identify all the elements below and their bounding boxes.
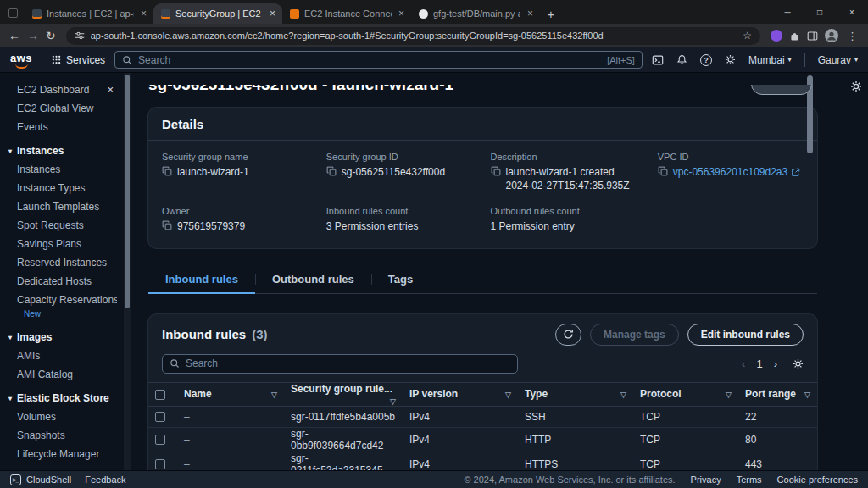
- table-preferences-gear-icon[interactable]: [793, 358, 804, 369]
- browser-tab-securitygroup[interactable]: SecurityGroup | EC2 | ap-south-... ×: [153, 3, 282, 24]
- sidebar-item-events[interactable]: Events: [0, 118, 124, 136]
- settings-gear-icon[interactable]: [725, 54, 736, 65]
- sidebar-item-savings-plans[interactable]: Savings Plans: [0, 235, 124, 253]
- sidebar-item-spot-requests[interactable]: Spot Requests: [0, 216, 124, 235]
- copy-icon[interactable]: [658, 166, 668, 176]
- browser-menu-icon[interactable]: ⋮: [845, 30, 860, 42]
- sidebar-item-dedicated-hosts[interactable]: Dedicated Hosts: [0, 272, 124, 291]
- minimize-button[interactable]: ─: [771, 0, 804, 24]
- filter-icon[interactable]: ▽: [271, 391, 277, 399]
- select-all-checkbox[interactable]: [155, 390, 165, 400]
- column-header-rule-id[interactable]: Security group rule...▽: [284, 382, 403, 406]
- tab-outbound-rules[interactable]: Outbound rules: [255, 265, 371, 293]
- forward-button[interactable]: →: [27, 30, 39, 42]
- tab-close-icon[interactable]: ×: [397, 8, 406, 19]
- table-row[interactable]: – sgr-0bb9f039664d7cd42 IPv4 HTTP TCP 80: [148, 427, 817, 452]
- sidebar-section-ebs[interactable]: ▾Elastic Block Store: [0, 384, 124, 408]
- row-checkbox[interactable]: [155, 412, 165, 422]
- tab-tags[interactable]: Tags: [371, 265, 430, 293]
- vpc-link[interactable]: vpc-056396201c109d2a3: [673, 165, 800, 179]
- side-panel-icon[interactable]: [807, 30, 818, 42]
- filter-icon[interactable]: ▽: [390, 397, 396, 406]
- sidebar-item-amis[interactable]: AMIs: [0, 347, 124, 365]
- row-checkbox[interactable]: [155, 459, 165, 469]
- panel-settings-gear-icon[interactable]: [850, 80, 862, 92]
- extensions-puzzle-icon[interactable]: [789, 30, 800, 42]
- rules-search[interactable]: [162, 354, 518, 374]
- sidebar-item-capacity-reservations[interactable]: Capacity Reservations: [0, 291, 124, 309]
- feedback-link[interactable]: Feedback: [85, 474, 125, 485]
- region-selector[interactable]: Mumbai ▾: [748, 54, 792, 66]
- console-search[interactable]: [Alt+S]: [114, 51, 643, 69]
- notifications-bell-icon[interactable]: [676, 54, 687, 65]
- address-bar[interactable]: ap-south-1.console.aws.amazon.com/ec2/ho…: [66, 27, 760, 45]
- new-tab-button[interactable]: +: [540, 3, 562, 24]
- refresh-button[interactable]: ↻: [46, 30, 56, 42]
- browser-tab-github[interactable]: gfg-test/DB/main.py at main -... ×: [411, 3, 540, 24]
- manage-tags-button[interactable]: Manage tags: [590, 324, 679, 346]
- refresh-button[interactable]: [555, 324, 581, 346]
- copy-icon[interactable]: [491, 166, 501, 176]
- filter-icon[interactable]: ▽: [620, 391, 626, 399]
- column-header-name[interactable]: Name▽: [177, 382, 284, 406]
- tab-close-icon[interactable]: ×: [139, 8, 148, 19]
- maximize-button[interactable]: □: [804, 0, 836, 24]
- tab-inbound-rules[interactable]: Inbound rules: [148, 265, 255, 293]
- column-header-ip-version[interactable]: IP version▽: [403, 382, 518, 406]
- sidebar-close-icon[interactable]: ×: [103, 83, 117, 96]
- browser-tab-instance-connect[interactable]: EC2 Instance Connect | ap-sout... ×: [282, 3, 411, 24]
- user-menu[interactable]: Gaurav ▾: [818, 54, 858, 66]
- sidebar-item-ami-catalog[interactable]: AMI Catalog: [0, 365, 124, 384]
- tab-close-icon[interactable]: ×: [526, 8, 535, 19]
- extension-circle-icon[interactable]: [771, 30, 782, 42]
- row-checkbox[interactable]: [155, 435, 165, 445]
- sidebar-item-launch-templates[interactable]: Launch Templates: [0, 197, 124, 216]
- sidebar-section-instances[interactable]: ▾Instances: [0, 136, 124, 160]
- services-menu[interactable]: Services: [52, 54, 105, 66]
- edit-inbound-rules-button[interactable]: Edit inbound rules: [687, 324, 804, 346]
- copy-icon[interactable]: [162, 220, 172, 230]
- copy-icon[interactable]: [326, 166, 337, 176]
- sidebar-section-network-security[interactable]: ▾Network & Security: [0, 463, 124, 470]
- next-page-icon[interactable]: ›: [774, 358, 777, 370]
- sidebar-item-instances[interactable]: Instances: [0, 160, 124, 179]
- rules-search-input[interactable]: [186, 358, 510, 369]
- prev-page-icon[interactable]: ‹: [742, 358, 745, 370]
- filter-icon[interactable]: ▽: [726, 391, 732, 399]
- column-header-type[interactable]: Type▽: [518, 382, 633, 406]
- sidebar-item-ec2-dashboard[interactable]: EC2 Dashboard ×: [0, 80, 124, 99]
- table-row[interactable]: – sgr-0117ffdfe5b4a005b IPv4 SSH TCP 22: [148, 406, 817, 427]
- bookmark-star-icon[interactable]: ☆: [743, 30, 752, 42]
- close-button[interactable]: ×: [836, 0, 868, 24]
- copy-icon[interactable]: [162, 166, 172, 176]
- tab-close-icon[interactable]: ×: [268, 8, 277, 19]
- current-page[interactable]: 1: [756, 358, 762, 370]
- profile-avatar[interactable]: [825, 29, 838, 42]
- column-header-protocol[interactable]: Protocol▽: [633, 382, 738, 406]
- filter-icon[interactable]: ▽: [804, 391, 810, 399]
- scrollbar-thumb[interactable]: [125, 75, 130, 308]
- sidebar-section-images[interactable]: ▾Images: [0, 323, 124, 347]
- aws-logo[interactable]: aws: [10, 52, 32, 69]
- cloudshell-button[interactable]: >_ CloudShell: [10, 474, 71, 485]
- actions-button[interactable]: [751, 85, 812, 95]
- sidebar-item-ec2-global-view[interactable]: EC2 Global View: [0, 99, 124, 118]
- site-info-icon[interactable]: [75, 30, 85, 41]
- terms-link[interactable]: Terms: [737, 474, 762, 485]
- column-header-port-range[interactable]: Port range▽: [738, 382, 817, 406]
- sidebar-item-instance-types[interactable]: Instance Types: [0, 179, 124, 197]
- cookie-preferences-link[interactable]: Cookie preferences: [777, 474, 858, 485]
- help-icon[interactable]: ?: [700, 54, 712, 66]
- sidebar-item-volumes[interactable]: Volumes: [0, 408, 124, 426]
- sidebar-scrollbar[interactable]: [124, 73, 131, 470]
- sidebar-item-reserved-instances[interactable]: Reserved Instances: [0, 253, 124, 272]
- back-button[interactable]: ←: [8, 30, 20, 42]
- sidebar-item-lifecycle-manager[interactable]: Lifecycle Manager: [0, 445, 124, 463]
- sidebar-item-snapshots[interactable]: Snapshots: [0, 426, 124, 445]
- table-row[interactable]: – sgr-0211fc52da2315345 IPv4 HTTPS TCP 4…: [148, 452, 817, 470]
- search-input[interactable]: [138, 54, 601, 66]
- filter-icon[interactable]: ▽: [505, 391, 511, 399]
- privacy-link[interactable]: Privacy: [691, 474, 721, 485]
- cloudshell-icon[interactable]: [652, 54, 664, 66]
- browser-tab-instances[interactable]: Instances | EC2 | ap-south-1 ×: [25, 3, 153, 24]
